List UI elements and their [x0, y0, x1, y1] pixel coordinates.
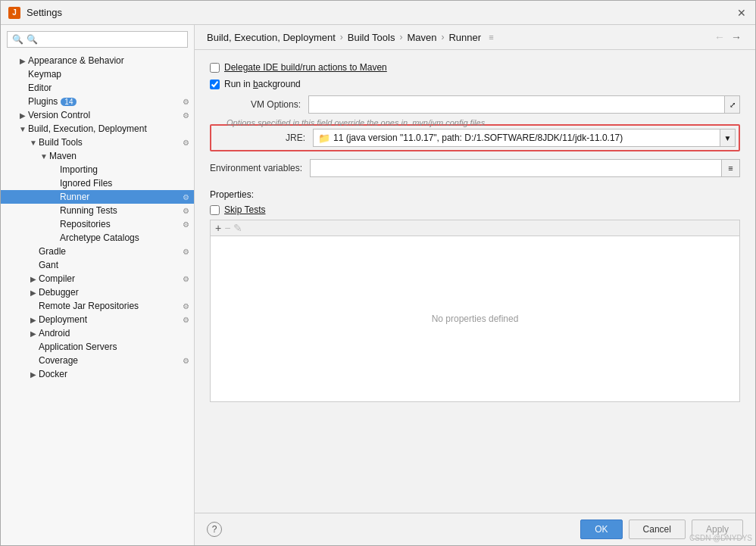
settings-content: Delegate IDE build/run actions to Maven … — [195, 50, 755, 513]
chevron-icon: ▶ — [28, 329, 39, 338]
skip-tests-checkbox[interactable] — [210, 205, 220, 215]
jre-inner: JRE: 📁 11 (java version "11.0.17", path:… — [214, 129, 736, 147]
sidebar-item-gradle[interactable]: Gradle ⚙ — [1, 245, 194, 258]
vm-options-label: VM Options: — [210, 99, 308, 110]
jre-dropdown-button[interactable]: ▼ — [720, 129, 736, 147]
env-row: Environment variables: ≡ — [210, 159, 740, 177]
sidebar-item-compiler[interactable]: ▶ Compiler ⚙ — [1, 272, 194, 285]
chevron-icon: ▶ — [17, 111, 28, 120]
gear-icon: ⚙ — [180, 207, 191, 215]
forward-arrow[interactable]: → — [729, 31, 743, 43]
breadcrumb-part-1: Build, Execution, Deployment — [207, 32, 336, 43]
sidebar-item-android[interactable]: ▶ Android — [1, 326, 194, 340]
env-browse-button[interactable]: ≡ — [722, 159, 740, 177]
sidebar-item-ignored-files[interactable]: Ignored Files — [1, 176, 194, 190]
sidebar-item-keymap[interactable]: Keymap — [1, 67, 194, 81]
bottom-bar: ? OK Cancel Apply — [195, 513, 755, 545]
chevron-icon: ▶ — [28, 275, 39, 283]
sidebar-item-running-tests[interactable]: Running Tests ⚙ — [1, 204, 194, 217]
gear-icon: ⚙ — [180, 302, 191, 310]
sidebar-item-label: Ignored Files — [60, 178, 112, 189]
sidebar-item-label: Plugins — [28, 96, 58, 107]
sidebar-item-debugger[interactable]: ▶ Debugger — [1, 285, 194, 299]
remove-property-button[interactable]: − — [224, 223, 230, 233]
chevron-icon: ▶ — [28, 370, 39, 379]
jre-outer-box: Options specified in this field override… — [210, 124, 740, 151]
properties-section: Properties: Skip Tests + − ✎ No properti… — [210, 189, 740, 402]
sidebar-item-editor[interactable]: Editor — [1, 81, 194, 95]
nav-arrows: ← → — [713, 31, 743, 43]
delegate-checkbox[interactable] — [210, 63, 220, 73]
help-button[interactable]: ? — [207, 522, 222, 537]
gear-icon: ⚙ — [180, 98, 191, 106]
chevron-icon: ▶ — [28, 289, 39, 297]
sidebar-item-docker[interactable]: ▶ Docker — [1, 367, 194, 381]
chevron-icon: ▼ — [17, 125, 28, 133]
no-properties-text: No properties defined — [432, 314, 519, 324]
jre-select-wrap: 📁 11 (java version "11.0.17", path: D:/1… — [313, 129, 736, 147]
sidebar-item-label: Version Control — [28, 110, 90, 120]
sidebar-item-label: Keymap — [28, 69, 61, 80]
breadcrumb-part-2: Build Tools — [348, 32, 395, 43]
back-arrow[interactable]: ← — [713, 31, 726, 43]
sidebar-item-label: Repositories — [60, 219, 111, 229]
sidebar-item-label: Appearance & Behavior — [28, 55, 124, 66]
sidebar-item-coverage[interactable]: Coverage ⚙ — [1, 354, 194, 367]
vm-options-input[interactable] — [308, 95, 725, 114]
cancel-button[interactable]: Cancel — [629, 519, 686, 539]
sidebar-item-label: Compiler — [39, 273, 75, 284]
run-background-checkbox[interactable] — [210, 80, 220, 89]
sidebar-item-label: Archetype Catalogs — [60, 232, 139, 243]
gear-icon: ⚙ — [180, 275, 191, 283]
gear-icon: ⚙ — [180, 316, 191, 324]
sidebar-item-gant[interactable]: Gant — [1, 258, 194, 272]
sidebar-item-plugins[interactable]: Plugins 14 ⚙ — [1, 95, 194, 108]
vm-expand-button[interactable]: ⤢ — [725, 95, 740, 114]
sidebar-item-maven[interactable]: ▼ Maven — [1, 149, 194, 163]
gear-icon: ⚙ — [180, 193, 191, 201]
ok-button[interactable]: OK — [580, 519, 622, 539]
sidebar-item-build-execution[interactable]: ▼ Build, Execution, Deployment — [1, 122, 194, 136]
chevron-icon: ▼ — [28, 139, 39, 147]
sidebar-item-build-tools[interactable]: ▼ Build Tools ⚙ — [1, 136, 194, 149]
edit-property-button[interactable]: ✎ — [233, 223, 242, 233]
sidebar-item-label: Gant — [39, 260, 58, 270]
gear-icon: ⚙ — [180, 357, 191, 365]
plugins-badge: 14 — [61, 98, 77, 106]
sidebar-item-app-servers[interactable]: Application Servers — [1, 340, 194, 354]
sidebar-item-label: Runner — [60, 192, 89, 202]
run-background-underline: b — [253, 79, 258, 89]
breadcrumb-sep-1: › — [340, 32, 343, 42]
properties-table: No properties defined — [210, 236, 740, 402]
close-button[interactable]: ✕ — [736, 7, 748, 19]
main-content: 🔍 ▶ Appearance & Behavior Keymap Editor … — [1, 25, 755, 545]
jre-hint: Options specified in this field override… — [226, 118, 485, 127]
gear-icon: ⚙ — [180, 248, 191, 256]
jre-value: 11 (java version "11.0.17", path: D:/1.S… — [333, 133, 623, 143]
jre-row: Options specified in this field override… — [210, 121, 740, 151]
sidebar-item-archetype-catalogs[interactable]: Archetype Catalogs — [1, 231, 194, 245]
sidebar-item-runner[interactable]: Runner ⚙ — [1, 190, 194, 204]
sidebar-item-label: Running Tests — [60, 205, 117, 216]
sidebar-item-importing[interactable]: Importing — [1, 163, 194, 176]
sidebar-item-deployment[interactable]: ▶ Deployment ⚙ — [1, 313, 194, 326]
sidebar-item-remote-jar[interactable]: Remote Jar Repositories ⚙ — [1, 299, 194, 313]
add-property-button[interactable]: + — [215, 223, 221, 233]
title-bar: J Settings ✕ — [1, 1, 755, 25]
skip-tests-label: Skip Tests — [224, 204, 265, 215]
settings-window: J Settings ✕ 🔍 ▶ Appearance & Behavior K… — [0, 0, 756, 546]
props-toolbar: + − ✎ — [210, 220, 740, 236]
search-icon: 🔍 — [12, 34, 23, 45]
gear-icon: ⚙ — [180, 111, 191, 120]
sidebar-item-version-control[interactable]: ▶ Version Control ⚙ — [1, 108, 194, 122]
app-icon: J — [8, 7, 20, 19]
sidebar-item-repositories[interactable]: Repositories ⚙ — [1, 217, 194, 231]
search-box[interactable]: 🔍 — [7, 31, 188, 48]
gear-icon: ⚙ — [180, 220, 191, 229]
sidebar-item-appearance[interactable]: ▶ Appearance & Behavior — [1, 54, 194, 67]
breadcrumb: Build, Execution, Deployment › Build Too… — [195, 25, 755, 50]
jre-select-display[interactable]: 📁 11 (java version "11.0.17", path: D:/1… — [313, 129, 720, 147]
env-input[interactable] — [310, 159, 722, 177]
folder-icon: 📁 — [318, 133, 330, 144]
search-input[interactable] — [27, 34, 183, 45]
